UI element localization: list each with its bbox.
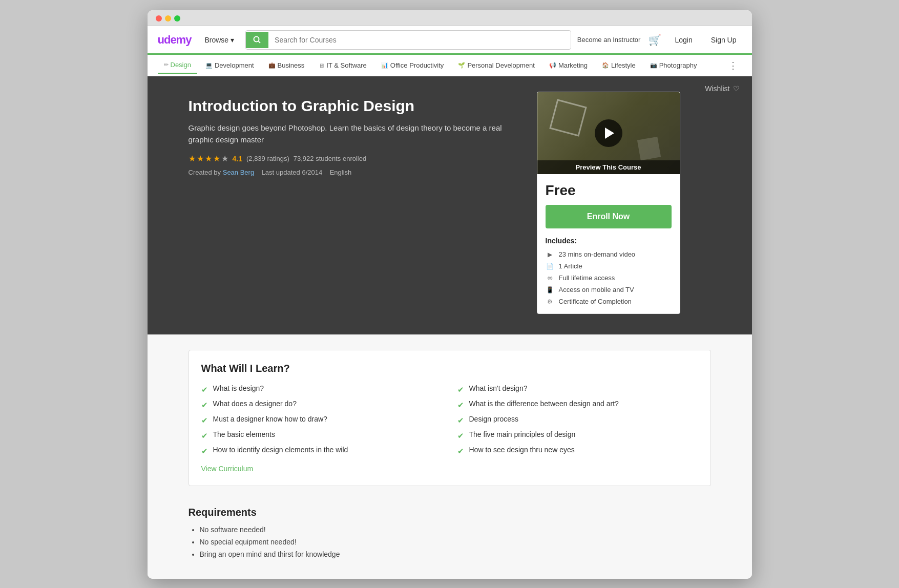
includes-item-article: 1 Article — [546, 262, 672, 270]
req-item-3: Bring an open mind and thirst for knowle… — [200, 550, 711, 558]
nav-item-it-software[interactable]: 🖥 IT & Software — [312, 57, 373, 73]
requirements-section: Requirements No software needed! No spec… — [189, 501, 711, 563]
learn-item-7: ✔ What is the difference between design … — [457, 399, 698, 410]
learn-title: What Will I Learn? — [201, 363, 698, 374]
learn-text-9: The five main principles of design — [469, 430, 576, 440]
svg-point-0 — [254, 36, 259, 41]
development-icon: 💻 — [205, 62, 213, 69]
nav-item-personal-dev[interactable]: 🌱 Personal Development — [452, 57, 541, 73]
students-count: 73,922 students enrolled — [294, 155, 366, 162]
nav-item-lifestyle[interactable]: 🏠 Lifestyle — [596, 57, 642, 73]
learn-item-8: ✔ Design process — [457, 414, 698, 426]
view-curriculum-link[interactable]: View Curriculum — [201, 465, 254, 473]
logo[interactable]: udemy — [158, 33, 192, 47]
nav-item-design[interactable]: ✏ Design — [158, 57, 197, 74]
learn-item-6: ✔ What isn't design? — [457, 384, 698, 395]
heart-icon: ♡ — [733, 85, 740, 93]
instructor-link[interactable]: Sean Berg — [223, 169, 254, 176]
rating-row: ★ ★ ★ ★ ★ 4.1 (2,839 ratings) 73,922 stu… — [189, 154, 516, 163]
learn-item-4: ✔ The basic elements — [201, 430, 442, 441]
star-4: ★ — [213, 154, 220, 163]
browser-chrome — [148, 10, 752, 26]
star-2: ★ — [197, 154, 204, 163]
business-icon: 💼 — [268, 62, 276, 69]
sidebar-card: Preview This Course Free Enroll Now Incl… — [537, 92, 680, 314]
nav-item-development[interactable]: 💻 Development — [199, 57, 260, 73]
learn-item-1: ✔ What is design? — [201, 384, 442, 395]
learn-text-5: How to identify design elements in the w… — [213, 445, 348, 455]
mobile-icon — [546, 285, 555, 293]
nav-bar: ✏ Design 💻 Development 💼 Business 🖥 IT &… — [148, 55, 752, 76]
play-triangle-icon — [605, 128, 614, 139]
nav-item-office[interactable]: 📊 Office Productivity — [375, 57, 450, 73]
includes-item-video: 23 mins on-demand video — [546, 250, 672, 258]
infinity-icon — [546, 274, 555, 282]
signup-button[interactable]: Sign Up — [706, 33, 742, 47]
includes-text-mobile: Access on mobile and TV — [559, 286, 634, 293]
nav-label-office: Office Productivity — [390, 61, 444, 69]
enroll-button[interactable]: Enroll Now — [546, 205, 672, 228]
learn-item-10: ✔ How to see design thru new eyes — [457, 445, 698, 456]
course-preview[interactable]: Preview This Course — [537, 92, 680, 174]
dot-red[interactable] — [156, 15, 162, 22]
instructor-name: Sean Berg — [223, 169, 254, 176]
learn-grid: ✔ What is design? ✔ What does a designer… — [201, 384, 698, 456]
nav-item-business[interactable]: 💼 Business — [262, 57, 311, 73]
learn-text-10: How to see design thru new eyes — [469, 445, 575, 455]
star-3: ★ — [205, 154, 212, 163]
shape-1 — [549, 99, 587, 136]
learn-text-7: What is the difference between design an… — [469, 399, 619, 409]
nav-item-marketing[interactable]: 📢 Marketing — [543, 57, 594, 73]
course-price: Free — [546, 182, 672, 199]
dot-green[interactable] — [174, 15, 180, 22]
learn-section: What Will I Learn? ✔ What is design? ✔ W… — [189, 350, 711, 486]
nav-label-it: IT & Software — [326, 61, 367, 69]
wishlist-button[interactable]: Wishlist ♡ — [705, 85, 739, 93]
learn-col-2: ✔ What isn't design? ✔ What is the diffe… — [457, 384, 698, 456]
become-instructor-link[interactable]: Become an Instructor — [577, 36, 641, 44]
login-button[interactable]: Login — [670, 33, 697, 47]
nav-more-button[interactable]: ⋮ — [724, 58, 742, 73]
browse-button[interactable]: Browse ▾ — [199, 33, 239, 47]
learn-text-4: The basic elements — [213, 430, 275, 440]
requirements-title: Requirements — [189, 507, 711, 518]
dot-yellow[interactable] — [165, 15, 171, 22]
star-1: ★ — [189, 154, 196, 163]
check-icon-1: ✔ — [201, 384, 208, 395]
search-bar — [245, 30, 571, 50]
play-button[interactable] — [595, 119, 622, 147]
header-right: Become an Instructor 🛒 Login Sign Up — [577, 33, 742, 47]
nav-label-personal: Personal Development — [467, 61, 535, 69]
photography-icon: 📷 — [650, 62, 657, 69]
includes-list: 23 mins on-demand video 1 Article Full l… — [546, 250, 672, 305]
learn-item-9: ✔ The five main principles of design — [457, 430, 698, 441]
nav-label-development: Development — [215, 61, 254, 69]
cert-icon — [546, 297, 555, 305]
check-icon-9: ✔ — [457, 430, 464, 441]
marketing-icon: 📢 — [549, 62, 556, 69]
search-icon — [253, 36, 261, 44]
language: English — [330, 169, 352, 176]
cart-icon[interactable]: 🛒 — [649, 34, 661, 46]
search-button[interactable] — [246, 32, 268, 48]
learn-text-8: Design process — [469, 414, 519, 425]
learn-item-2: ✔ What does a designer do? — [201, 399, 442, 410]
office-icon: 📊 — [381, 62, 388, 69]
nav-label-photography: Photography — [659, 61, 697, 69]
course-title: Introduction to Graphic Design — [189, 97, 516, 115]
check-icon-2: ✔ — [201, 400, 208, 410]
browser-window: udemy Browse ▾ Become an Instructor 🛒 Lo… — [148, 10, 752, 579]
svg-line-1 — [259, 41, 261, 43]
star-5: ★ — [221, 154, 228, 163]
last-updated: Last updated 6/2014 — [262, 169, 323, 176]
search-input[interactable] — [268, 36, 571, 44]
check-icon-7: ✔ — [457, 400, 464, 410]
header: udemy Browse ▾ Become an Instructor 🛒 Lo… — [148, 26, 752, 55]
includes-text-access: Full lifetime access — [559, 274, 615, 282]
chevron-down-icon: ▾ — [231, 36, 234, 44]
nav-item-photography[interactable]: 📷 Photography — [644, 57, 703, 73]
includes-title: Includes: — [546, 237, 672, 245]
course-subtitle: Graphic design goes beyond Photoshop. Le… — [189, 122, 516, 145]
check-icon-8: ✔ — [457, 415, 464, 426]
nav-label-business: Business — [278, 61, 305, 69]
